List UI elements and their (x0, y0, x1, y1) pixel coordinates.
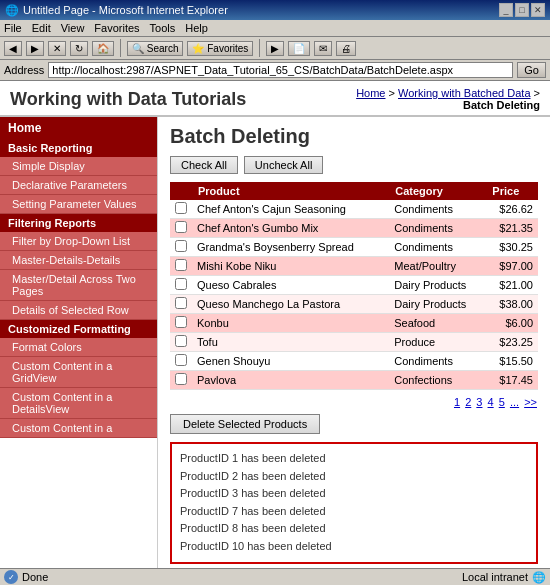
search-button[interactable]: 🔍 Search (127, 41, 183, 56)
refresh-button[interactable]: ↻ (70, 41, 88, 56)
delete-selected-button[interactable]: Delete Selected Products (170, 414, 320, 434)
page-3[interactable]: 3 (476, 396, 482, 408)
breadcrumb: Home > Working with Batched Data > Batch… (356, 87, 540, 111)
check-all-button[interactable]: Check All (170, 156, 238, 174)
page-next[interactable]: >> (524, 396, 537, 408)
cell-price: $30.25 (486, 238, 538, 257)
cell-category: Confections (389, 371, 486, 390)
cell-price: $6.00 (486, 314, 538, 333)
cell-product: Queso Cabrales (192, 276, 389, 295)
page-2[interactable]: 2 (465, 396, 471, 408)
deletion-log: ProductID 1 has been deletedProductID 2 … (170, 442, 538, 564)
cell-product: Chef Anton's Cajun Seasoning (192, 200, 389, 219)
row-checkbox[interactable] (175, 316, 187, 328)
cell-category: Condiments (389, 200, 486, 219)
col-header-price: Price (486, 182, 538, 200)
page-ellipsis[interactable]: ... (510, 396, 519, 408)
breadcrumb-section[interactable]: Working with Batched Data (398, 87, 530, 99)
toolbar-separator (120, 39, 121, 57)
row-checkbox[interactable] (175, 202, 187, 214)
deletion-log-entry: ProductID 3 has been deleted (180, 485, 528, 503)
cell-category: Meat/Poultry (389, 257, 486, 276)
back-button[interactable]: ◀ (4, 41, 22, 56)
menu-view[interactable]: View (61, 22, 85, 34)
status-bar: ✓ Done Local intranet 🌐 (0, 568, 550, 585)
history-button[interactable]: 📄 (288, 41, 310, 56)
deletion-log-entry: ProductID 2 has been deleted (180, 468, 528, 486)
table-row: Queso Manchego La Pastora Dairy Products… (170, 295, 538, 314)
row-checkbox[interactable] (175, 221, 187, 233)
cell-category: Dairy Products (389, 295, 486, 314)
row-checkbox[interactable] (175, 240, 187, 252)
sidebar-item-declarative-parameters[interactable]: Declarative Parameters (0, 176, 157, 195)
row-checkbox[interactable] (175, 297, 187, 309)
table-row: Chef Anton's Gumbo Mix Condiments $21.35 (170, 219, 538, 238)
cell-price: $97.00 (486, 257, 538, 276)
close-button[interactable]: ✕ (531, 3, 545, 17)
cell-price: $15.50 (486, 352, 538, 371)
page-content: Working with Data Tutorials Home > Worki… (0, 81, 550, 581)
minimize-button[interactable]: _ (499, 3, 513, 17)
favorites-button[interactable]: ⭐ Favorites (187, 41, 253, 56)
sidebar-section-customized[interactable]: Customized Formatting (0, 320, 157, 338)
sidebar-item-simple-display[interactable]: Simple Display (0, 157, 157, 176)
products-table: Product Category Price Chef Anton's Caju… (170, 182, 538, 390)
cell-product: Grandma's Boysenberry Spread (192, 238, 389, 257)
toolbar-separator-2 (259, 39, 260, 57)
stop-button[interactable]: ✕ (48, 41, 66, 56)
check-button-group: Check All Uncheck All (170, 156, 538, 174)
sidebar-item-filter-dropdown[interactable]: Filter by Drop-Down List (0, 232, 157, 251)
main-area: Home Basic Reporting Simple Display Decl… (0, 117, 550, 581)
row-checkbox[interactable] (175, 354, 187, 366)
pager: 1 2 3 4 5 ... >> (170, 396, 538, 408)
sidebar-item-details-selected-row[interactable]: Details of Selected Row (0, 301, 157, 320)
sidebar-item-setting-parameters[interactable]: Setting Parameter Values (0, 195, 157, 214)
sidebar-item-format-colors[interactable]: Format Colors (0, 338, 157, 357)
sidebar-section-filtering[interactable]: Filtering Reports (0, 214, 157, 232)
status-text: Done (22, 571, 48, 583)
table-row: Pavlova Confections $17.45 (170, 371, 538, 390)
row-checkbox[interactable] (175, 373, 187, 385)
deletion-log-entry: ProductID 10 has been deleted (180, 538, 528, 556)
breadcrumb-home[interactable]: Home (356, 87, 385, 99)
menu-tools[interactable]: Tools (150, 22, 176, 34)
sidebar-item-custom-gridview[interactable]: Custom Content in a GridView (0, 357, 157, 388)
home-nav-button[interactable]: 🏠 (92, 41, 114, 56)
row-checkbox[interactable] (175, 335, 187, 347)
sidebar-item-master-detail-two-pages[interactable]: Master/Detail Across Two Pages (0, 270, 157, 301)
page-5[interactable]: 5 (499, 396, 505, 408)
col-header-category: Category (389, 182, 486, 200)
media-button[interactable]: ▶ (266, 41, 284, 56)
cell-category: Produce (389, 333, 486, 352)
deletion-log-entry: ProductID 1 has been deleted (180, 450, 528, 468)
menu-file[interactable]: File (4, 22, 22, 34)
cell-price: $17.45 (486, 371, 538, 390)
cell-price: $26.62 (486, 200, 538, 219)
menu-edit[interactable]: Edit (32, 22, 51, 34)
address-input[interactable] (48, 62, 513, 78)
cell-category: Condiments (389, 219, 486, 238)
cell-category: Condiments (389, 238, 486, 257)
maximize-button[interactable]: □ (515, 3, 529, 17)
cell-category: Dairy Products (389, 276, 486, 295)
sidebar-item-master-details[interactable]: Master-Details-Details (0, 251, 157, 270)
sidebar-item-custom-content[interactable]: Custom Content in a (0, 419, 157, 438)
row-checkbox[interactable] (175, 259, 187, 271)
row-checkbox[interactable] (175, 278, 187, 290)
menu-favorites[interactable]: Favorites (94, 22, 139, 34)
zone-text: Local intranet (462, 571, 528, 583)
go-button[interactable]: Go (517, 62, 546, 78)
sidebar-section-basic[interactable]: Basic Reporting (0, 139, 157, 157)
page-1[interactable]: 1 (454, 396, 460, 408)
sidebar-item-custom-detailsview[interactable]: Custom Content in a DetailsView (0, 388, 157, 419)
col-header-product: Product (192, 182, 389, 200)
forward-button[interactable]: ▶ (26, 41, 44, 56)
sidebar-home[interactable]: Home (0, 117, 157, 139)
menu-help[interactable]: Help (185, 22, 208, 34)
col-header-checkbox (170, 182, 192, 200)
page-4[interactable]: 4 (488, 396, 494, 408)
uncheck-all-button[interactable]: Uncheck All (244, 156, 323, 174)
cell-price: $38.00 (486, 295, 538, 314)
print-button[interactable]: 🖨 (336, 41, 356, 56)
mail-button[interactable]: ✉ (314, 41, 332, 56)
